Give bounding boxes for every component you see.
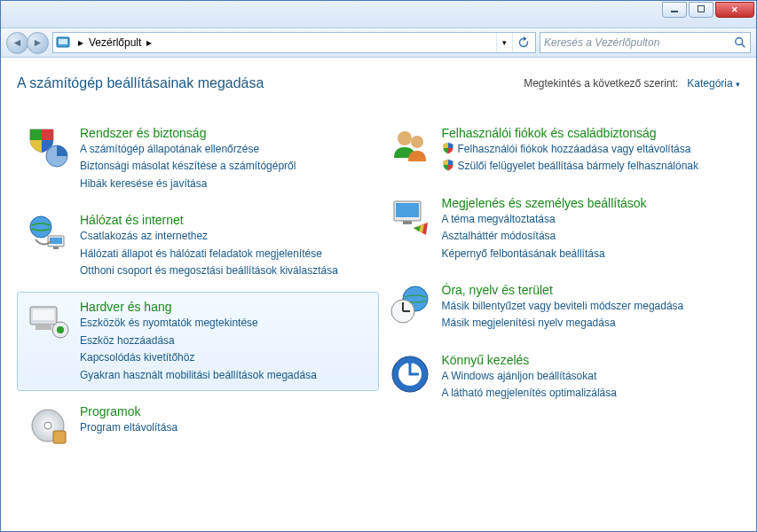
network-internet-icon (27, 213, 69, 255)
category-link[interactable]: Szülői felügyelet beállítása bármely fel… (458, 159, 699, 174)
category-link[interactable]: A számítógép állapotának ellenőrzése (80, 142, 259, 157)
category-body: Könnyű kezelésA Windows ajánljon beállít… (442, 353, 617, 402)
svg-point-2 (736, 38, 743, 45)
category-link-row: A látható megjelenítés optimalizálása (442, 386, 617, 401)
address-bar[interactable]: ▸ Vezérlőpult ▸ ▾ (52, 32, 536, 53)
category-link[interactable]: Felhasználói fiókok hozzáadása vagy eltá… (458, 142, 691, 157)
system-security-icon (27, 126, 69, 168)
category-link[interactable]: Kapcsolódás kivetítőhöz (80, 350, 194, 365)
titlebar: ✕ (1, 1, 756, 27)
svg-rect-10 (33, 309, 54, 320)
svg-rect-11 (35, 325, 51, 330)
category-link-row: Program eltávolítása (80, 420, 177, 435)
refresh-button[interactable] (512, 33, 533, 52)
category-title[interactable]: Óra, nyelv és terület (442, 283, 684, 297)
svg-rect-8 (53, 246, 59, 249)
view-by-label: Megtekintés a következő szerint: (524, 77, 678, 90)
user-accounts-icon (389, 126, 431, 168)
category-title[interactable]: Hardver és hang (80, 300, 317, 314)
category-body: Felhasználói fiókok és családbiztonságFe… (442, 126, 699, 175)
chevron-right-icon: ▸ (73, 36, 89, 49)
refresh-icon (517, 36, 530, 49)
chevron-down-icon: ▾ (736, 80, 740, 89)
search-input[interactable] (544, 36, 734, 49)
category-body: Hálózat és internetCsatlakozás az intern… (80, 213, 338, 278)
page-header: A számítógép beállításainak megadása Meg… (17, 75, 740, 91)
arrow-left-icon: ◄ (12, 36, 23, 49)
minimize-button[interactable] (662, 2, 687, 18)
window-controls: ✕ (662, 2, 754, 18)
category-link[interactable]: A Windows ajánljon beállításokat (442, 369, 597, 384)
category-link[interactable]: Eszközök és nyomtatók megtekintése (80, 316, 258, 331)
category-link-row: Csatlakozás az internethez (80, 229, 338, 244)
category-body: Óra, nyelv és területMásik billentyűzet … (442, 283, 684, 332)
categories: Rendszer és biztonságA számítógép állapo… (17, 118, 740, 455)
category-title[interactable]: Programok (80, 404, 177, 419)
category-body: ProgramokProgram eltávolítása (80, 404, 177, 447)
breadcrumb-root[interactable]: Vezérlőpult (89, 36, 141, 49)
category-network-internet: Hálózat és internetCsatlakozás az intern… (17, 205, 379, 286)
hardware-sound-icon (27, 300, 69, 342)
maximize-button[interactable] (689, 2, 714, 18)
category-link[interactable]: Otthoni csoport és megosztási beállításo… (80, 263, 338, 278)
category-link-row: Hálózati állapot és hálózati feladatok m… (80, 246, 338, 262)
chevron-down-icon: ▾ (502, 38, 507, 47)
back-button[interactable]: ◄ (6, 32, 28, 54)
svg-rect-21 (403, 221, 412, 224)
nav-history: ◄ ► (6, 32, 49, 54)
category-column-right: Felhasználói fiókok és családbiztonságFe… (379, 118, 741, 455)
window: ✕ ◄ ► ▸ Vezérlőpult ▸ ▾ (0, 0, 757, 532)
category-body: Hardver és hangEszközök és nyomtatók meg… (80, 300, 317, 383)
search-icon[interactable] (734, 36, 746, 49)
address-dropdown[interactable]: ▾ (496, 33, 512, 52)
category-link[interactable]: Másik megjelenítési nyelv megadása (442, 316, 616, 331)
forward-button[interactable]: ► (27, 32, 49, 54)
uac-shield-icon (442, 159, 454, 171)
svg-rect-1 (59, 39, 67, 44)
svg-point-17 (398, 131, 412, 145)
category-link[interactable]: A téma megváltoztatása (442, 212, 556, 227)
category-appearance: Megjelenés és személyes beállításokA tém… (379, 188, 741, 270)
category-title[interactable]: Hálózat és internet (80, 213, 338, 227)
category-link-row: Kapcsolódás kivetítőhöz (80, 350, 317, 365)
svg-rect-20 (396, 203, 419, 217)
category-ease-of-access: Könnyű kezelésA Windows ajánljon beállít… (379, 345, 741, 410)
appearance-icon (389, 196, 431, 239)
category-link-row: Másik billentyűzet vagy beviteli módszer… (442, 299, 684, 314)
programs-icon (27, 404, 69, 447)
category-title[interactable]: Felhasználói fiókok és családbiztonság (442, 126, 699, 140)
svg-point-15 (44, 422, 51, 429)
view-by-dropdown[interactable]: Kategória ▾ (687, 77, 740, 90)
category-link-row: Eszköz hozzáadása (80, 333, 317, 348)
category-link-row: Másik megjelenítési nyelv megadása (442, 316, 684, 331)
category-link[interactable]: Gyakran használt mobilitási beállítások … (80, 368, 317, 383)
category-link-row: Asztalháttér módosítása (442, 229, 647, 244)
svg-rect-7 (50, 238, 62, 244)
category-link[interactable]: Hálózati állapot és hálózati feladatok m… (80, 246, 322, 262)
category-title[interactable]: Megjelenés és személyes beállítások (442, 196, 647, 210)
category-link[interactable]: Másik billentyűzet vagy beviteli módszer… (442, 299, 684, 314)
category-link-row: A Windows ajánljon beállításokat (442, 369, 617, 384)
category-link[interactable]: Képernyő felbontásának beállítása (442, 246, 605, 262)
category-link[interactable]: A látható megjelenítés optimalizálása (442, 386, 617, 401)
svg-point-18 (411, 136, 423, 148)
category-link[interactable]: Eszköz hozzáadása (80, 333, 175, 348)
page-title: A számítógép beállításainak megadása (17, 75, 524, 91)
category-user-accounts: Felhasználói fiókok és családbiztonságFe… (379, 118, 741, 183)
category-link-row: A számítógép állapotának ellenőrzése (80, 142, 296, 157)
category-link[interactable]: Csatlakozás az internethez (80, 229, 208, 244)
category-link[interactable]: Hibák keresése és javítása (80, 176, 207, 192)
close-button[interactable]: ✕ (715, 2, 754, 18)
svg-point-5 (30, 216, 51, 238)
category-system-security: Rendszer és biztonságA számítógép állapo… (17, 118, 379, 200)
category-link[interactable]: Biztonsági másolat készítése a számítógé… (80, 159, 296, 174)
svg-point-13 (57, 326, 64, 333)
category-link[interactable]: Asztalháttér módosítása (442, 229, 556, 244)
category-link-row: Képernyő felbontásának beállítása (442, 246, 647, 262)
clock-language-region-icon (389, 283, 431, 325)
category-link[interactable]: Program eltávolítása (80, 420, 177, 435)
category-title[interactable]: Könnyű kezelés (442, 353, 617, 367)
category-title[interactable]: Rendszer és biztonság (80, 126, 296, 140)
category-link-row: Biztonsági másolat készítése a számítógé… (80, 159, 296, 174)
category-clock-language-region: Óra, nyelv és területMásik billentyűzet … (379, 275, 741, 340)
